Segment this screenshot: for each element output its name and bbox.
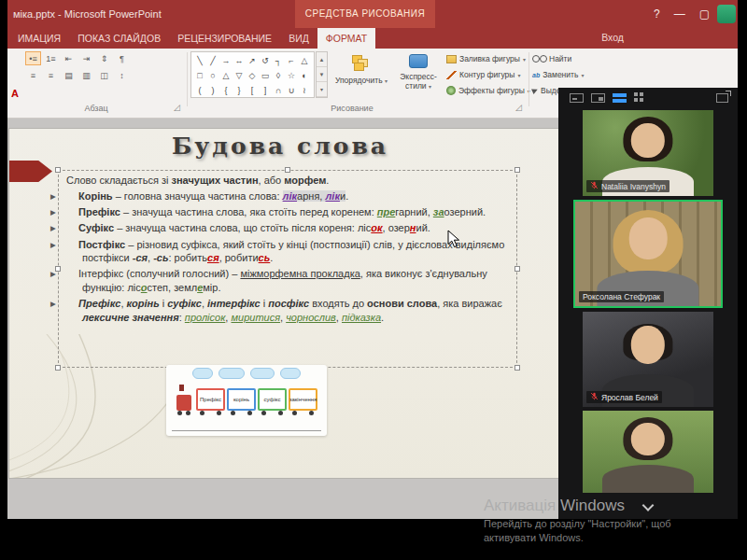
text-segment: . bbox=[345, 190, 348, 202]
paragraph-tool-icon[interactable]: •≡ bbox=[25, 51, 41, 65]
minimal-view-icon[interactable] bbox=[570, 93, 584, 103]
tab-slideshow[interactable]: ПОКАЗ СЛАЙДОВ bbox=[69, 28, 169, 49]
grid-view-icon[interactable] bbox=[634, 92, 644, 103]
text-segment: основи слова bbox=[367, 298, 437, 309]
resize-handle[interactable] bbox=[285, 167, 290, 173]
shape-effects-button[interactable]: Эффекты фигуры▾ bbox=[446, 86, 530, 95]
dialog-launcher-icon[interactable]: ◿ bbox=[174, 103, 180, 112]
shape-option[interactable]: → bbox=[219, 56, 233, 65]
paragraph-tool-icon[interactable]: ≡ bbox=[43, 68, 59, 82]
shape-option[interactable]: □ bbox=[193, 71, 206, 80]
shapes-scroll-button[interactable]: ▾ bbox=[317, 82, 327, 97]
shapes-scroll-button[interactable]: ▲ bbox=[317, 52, 327, 67]
shape-option[interactable]: ┐ bbox=[272, 56, 285, 65]
text-segment: ок bbox=[371, 222, 382, 233]
participant-tile[interactable]: Nataliia Ivanyshyn bbox=[583, 110, 713, 196]
shape-option[interactable]: ◇ bbox=[246, 71, 259, 80]
shape-option[interactable]: ⌐ bbox=[285, 56, 298, 65]
participant-name: Роксолана Стефурак bbox=[583, 292, 660, 301]
slide-bullets: ▶Корінь – головна значуща частина слова:… bbox=[66, 189, 509, 324]
shape-option[interactable]: ∩ bbox=[272, 86, 285, 95]
paragraph-tool-icon[interactable]: ⇥ bbox=[78, 51, 94, 65]
text-segment: лік bbox=[283, 190, 297, 202]
resize-handle[interactable] bbox=[514, 266, 520, 272]
bullet-item: ▶Інтерфікс (сполучний голосний) – міжмор… bbox=[66, 267, 509, 294]
shape-option[interactable]: △ bbox=[219, 71, 233, 80]
shape-option[interactable]: [ bbox=[246, 86, 259, 95]
paragraph-tool-icon[interactable]: ¶ bbox=[114, 51, 130, 65]
sign-in-link[interactable]: Вход bbox=[601, 32, 624, 43]
quick-styles-button[interactable]: Экспресс- стили ▾ bbox=[394, 51, 443, 100]
shape-option[interactable]: ↗ bbox=[246, 56, 259, 65]
shape-option[interactable]: ) bbox=[206, 86, 219, 95]
gallery-view-icon[interactable] bbox=[613, 93, 627, 103]
text-segment: інтерфікс bbox=[207, 298, 261, 309]
paragraph-tool-icon[interactable]: ⇤ bbox=[61, 51, 77, 65]
shape-outline-button[interactable]: Контур фигуры▾ bbox=[446, 70, 520, 79]
slide-text: Слово складається зі значущих частин, аб… bbox=[66, 174, 509, 327]
popout-icon[interactable] bbox=[716, 93, 728, 103]
group-separator bbox=[187, 52, 188, 106]
paragraph-tool-icon[interactable]: ▥ bbox=[78, 68, 94, 82]
shape-option[interactable]: ◊ bbox=[272, 71, 285, 80]
participant-tile[interactable] bbox=[583, 411, 713, 493]
tab-animation[interactable]: ИМАЦИЯ bbox=[9, 28, 69, 49]
shape-option[interactable]: } bbox=[233, 86, 246, 95]
paragraph-tool-icon[interactable]: ⇕ bbox=[96, 51, 112, 65]
paragraph-tool-icon[interactable]: 1≡ bbox=[43, 51, 59, 65]
resize-handle[interactable] bbox=[514, 365, 520, 371]
dialog-launcher-icon[interactable]: ◿ bbox=[515, 103, 522, 112]
shape-option[interactable]: ○ bbox=[206, 71, 219, 80]
tab-view[interactable]: ВИД bbox=[280, 28, 317, 49]
shape-option[interactable]: { bbox=[219, 86, 233, 95]
text-segment: ий. bbox=[416, 222, 430, 233]
arrange-button[interactable]: Упорядочить ▾ bbox=[332, 51, 390, 100]
restore-button[interactable]: ▢ bbox=[699, 7, 710, 21]
help-button[interactable]: ? bbox=[654, 7, 660, 21]
minimize-button[interactable]: — bbox=[674, 7, 685, 21]
shape-option[interactable]: ▽ bbox=[233, 71, 246, 80]
content-textbox[interactable]: Слово складається зі значущих частин, аб… bbox=[58, 170, 517, 368]
replace-label: Заменить bbox=[543, 70, 578, 79]
shape-option[interactable]: ↔ bbox=[233, 56, 246, 65]
shape-option[interactable]: ] bbox=[259, 86, 272, 95]
shapes-row-1: ╲╱→↔↗↺┐⌐△ bbox=[193, 53, 312, 68]
contextual-tab-header: СРЕДСТВА РИСОВАНИЯ bbox=[295, 0, 435, 28]
paragraph-tool-icon[interactable]: ≡ bbox=[25, 68, 41, 82]
resize-handle[interactable] bbox=[514, 167, 520, 173]
slide-accent-arrow bbox=[9, 161, 52, 182]
tab-format[interactable]: ФОРМАТ bbox=[317, 28, 375, 49]
participant-tile[interactable]: Роксолана Стефурак bbox=[573, 200, 723, 308]
text-segment: ся bbox=[207, 252, 219, 263]
shape-fill-button[interactable]: Заливка фигуры▾ bbox=[446, 54, 526, 63]
replace-button[interactable]: abЗаменить▾ bbox=[532, 70, 584, 79]
watermark-line: Перейдіть до розділу "Настройки", щоб bbox=[484, 518, 671, 529]
tab-review[interactable]: РЕЦЕНЗИРОВАНИЕ bbox=[169, 28, 280, 49]
shape-option[interactable]: △ bbox=[298, 56, 311, 65]
shape-option[interactable]: ◐ bbox=[298, 71, 311, 80]
shape-option[interactable]: ≀ bbox=[298, 86, 311, 95]
shape-option[interactable]: ╲ bbox=[193, 56, 206, 65]
text-segment: сь bbox=[259, 252, 271, 263]
green-app-badge-icon[interactable] bbox=[717, 5, 736, 23]
find-button[interactable]: Найти bbox=[532, 54, 571, 63]
shape-option[interactable]: ∪ bbox=[285, 86, 298, 95]
text-style-icon[interactable]: А bbox=[11, 88, 19, 99]
paragraph-tool-icon[interactable]: ◫ bbox=[96, 68, 112, 82]
speaker-view-icon[interactable] bbox=[591, 93, 605, 103]
shape-option[interactable]: ( bbox=[193, 86, 206, 95]
train-track bbox=[172, 430, 321, 431]
participant-tile[interactable]: Ярослав Белей bbox=[583, 312, 713, 407]
shape-option[interactable]: ▭ bbox=[259, 71, 272, 80]
shape-option[interactable]: ↺ bbox=[259, 56, 272, 65]
text-segment: -ся bbox=[133, 252, 148, 263]
shape-option[interactable]: ╱ bbox=[206, 56, 219, 65]
slide[interactable]: Будова слова Слово складається зі значущ… bbox=[9, 129, 581, 478]
shape-option[interactable]: ☆ bbox=[285, 71, 298, 80]
resize-handle[interactable] bbox=[55, 365, 61, 371]
shapes-scroll-button[interactable]: ▼ bbox=[317, 67, 327, 82]
paragraph-tool-icon[interactable]: ▤ bbox=[61, 68, 77, 82]
slide-title[interactable]: Будова слова bbox=[9, 133, 551, 160]
resize-handle[interactable] bbox=[55, 167, 61, 173]
paragraph-tool-icon[interactable]: ↕ bbox=[114, 68, 130, 82]
